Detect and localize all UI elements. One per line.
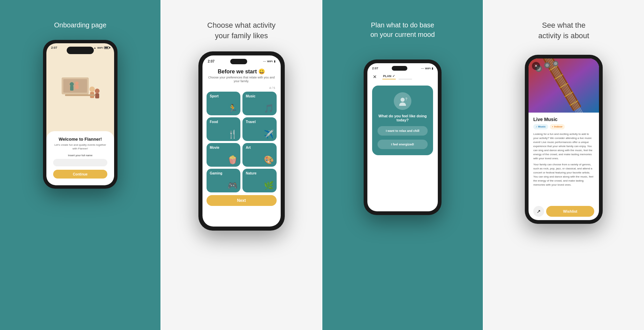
music-label: Music — [246, 94, 255, 98]
mood-avatar: ? — [394, 92, 411, 110]
battery-icon-2: ▮ — [274, 60, 275, 63]
status-time-1: 2:07 — [51, 46, 57, 49]
progress-indicator: 4 / 5 — [202, 86, 281, 90]
tag-indoor: ▪ Indoor — [550, 124, 565, 129]
mood-option-relax[interactable]: I want to relax and chill — [378, 126, 428, 136]
activity-description-1: Looking for a fun and exciting activity … — [533, 132, 594, 161]
dots-icon: ···· — [263, 60, 266, 63]
phone-2-header: Before we start 😀 Choose your preference… — [202, 66, 281, 86]
phone-2-inner: 2:07 ···· WiFi ▮ Before we start 😀 Choos… — [202, 55, 281, 227]
phone-3-notch — [392, 66, 407, 71]
phone-4-footer: ↗ Wishlist — [529, 203, 599, 220]
food-icon: 🍴 — [228, 129, 238, 139]
phone-3-inner: 2:07 ···· WiFi ▮ ✕ PLAN ✓ — [367, 63, 438, 211]
plan-tab-line-inactive — [399, 79, 412, 79]
tag-row: ♪ Music ▪ Indoor — [533, 124, 594, 129]
svg-point-4 — [75, 81, 79, 85]
section-1-label: Onboarding page — [54, 20, 107, 30]
activity-detail-content: Live Music ♪ Music ▪ Indoor Looking for … — [529, 113, 599, 203]
travel-icon: ✈️ — [264, 129, 274, 139]
phone-1-screen: 2:07 ▲ WiFi — [46, 43, 114, 185]
phone-4-inner: ✕ — [529, 58, 599, 220]
mood-card: ? What do you feel like doing today? I w… — [372, 86, 433, 155]
wishlist-button[interactable]: Wishlist — [546, 206, 594, 217]
svg-point-30 — [554, 62, 557, 65]
phone-2-status-bar: 2:07 ···· WiFi ▮ — [202, 55, 281, 66]
plan-tab-bar: ✕ PLAN ✓ — [367, 72, 438, 82]
sport-icon: 🏃 — [228, 104, 238, 113]
svg-point-6 — [89, 87, 95, 92]
phone-4: ✕ — [525, 55, 603, 224]
art-label: Art — [246, 146, 251, 149]
battery-icon — [104, 46, 109, 49]
section-3-label: Plan what to do base on your current moo… — [370, 20, 435, 39]
name-input-field[interactable] — [53, 159, 107, 166]
plan-tab-label-2 — [405, 74, 406, 78]
phone-2-notch — [230, 59, 247, 64]
svg-point-28 — [545, 64, 549, 67]
plan-tab-label: PLAN ✓ — [383, 74, 395, 78]
activity-grid: Sport 🏃 Music 🎵 Food 🍴 Travel ✈️ Movie — [202, 92, 281, 192]
wifi-icon-3: WiFi — [425, 67, 431, 70]
phone-1: 2:07 ▲ WiFi — [43, 40, 117, 189]
activity-tile-food[interactable]: Food 🍴 — [207, 117, 241, 141]
close-overlay-button[interactable]: ✕ — [532, 62, 540, 70]
before-we-start-title: Before we start 😀 — [208, 68, 275, 75]
status-time-3: 2:07 — [372, 67, 378, 70]
movie-label: Movie — [210, 146, 219, 149]
before-we-start-subtitle: Choose your preferences that relate with… — [208, 76, 275, 84]
svg-rect-5 — [75, 85, 79, 89]
phone-3: 2:07 ···· WiFi ▮ ✕ PLAN ✓ — [364, 60, 442, 215]
sport-label: Sport — [210, 94, 219, 98]
continue-button[interactable]: Continue — [53, 170, 107, 179]
nature-icon: 🌿 — [264, 181, 274, 190]
activity-description-2: Your family can choose from a variety of… — [533, 163, 594, 187]
activity-tile-sport[interactable]: Sport 🏃 — [207, 92, 241, 115]
share-icon: ↗ — [537, 209, 541, 214]
svg-text:?: ? — [405, 97, 407, 101]
svg-rect-10 — [65, 94, 95, 96]
plan-tab-active[interactable]: PLAN ✓ — [382, 74, 396, 79]
activity-tile-movie[interactable]: Movie 🍿 — [207, 143, 241, 167]
art-icon: 🎨 — [264, 155, 274, 165]
status-icons-3: ···· WiFi ▮ — [421, 67, 433, 70]
svg-point-2 — [70, 82, 74, 86]
music-tag-icon: ♪ — [536, 125, 537, 128]
avatar-icon: ? — [398, 96, 407, 106]
activity-tile-art[interactable]: Art 🎨 — [242, 143, 277, 167]
close-button-plan[interactable]: ✕ — [373, 74, 377, 79]
next-button[interactable]: Next — [207, 195, 277, 206]
travel-label: Travel — [246, 120, 256, 124]
phone-1-bottom: Welcome to Flanner! Let's create fun and… — [46, 131, 114, 185]
svg-rect-9 — [95, 93, 99, 98]
status-time-2: 2:07 — [208, 60, 215, 63]
mood-question-text: What do you feel like doing today? — [378, 114, 428, 122]
welcome-title: Welcome to Flanner! — [53, 137, 107, 142]
activity-tile-travel[interactable]: Travel ✈️ — [242, 117, 277, 141]
hero-illustration — [58, 76, 102, 106]
svg-point-11 — [401, 98, 405, 102]
gaming-icon: 🎮 — [228, 181, 238, 190]
svg-point-8 — [95, 89, 100, 93]
share-button[interactable]: ↗ — [533, 206, 544, 217]
activity-tile-music[interactable]: Music 🎵 — [242, 92, 277, 115]
signal-icon: ▲ — [93, 46, 96, 49]
indoor-tag-icon: ▪ — [552, 125, 553, 128]
mood-option-energized[interactable]: I feel energized! — [378, 140, 428, 149]
svg-rect-3 — [70, 86, 73, 91]
hero-image-area: ✕ — [529, 58, 599, 113]
activity-tile-nature[interactable]: Nature 🌿 — [242, 169, 277, 192]
tag-music: ♪ Music — [533, 124, 548, 129]
activity-tile-gaming[interactable]: Gaming 🎮 — [207, 169, 241, 192]
phone-1-notch — [67, 47, 94, 54]
section-activity-detail: See what the activity is about ✕ — [484, 0, 644, 330]
gaming-label: Gaming — [210, 171, 222, 175]
activity-title: Live Music — [533, 117, 594, 122]
section-activity-selection: Choose what activity your family likes 2… — [161, 0, 322, 330]
music-icon: 🎵 — [264, 104, 274, 113]
section-2-label: Choose what activity your family likes — [207, 20, 276, 41]
plan-tab-inactive[interactable] — [399, 74, 412, 79]
checkmark-icon: ✓ — [392, 74, 395, 78]
phone-2: 2:07 ···· WiFi ▮ Before we start 😀 Choos… — [198, 51, 285, 231]
welcome-subtitle: Let's create fun and quality events toge… — [53, 143, 107, 150]
